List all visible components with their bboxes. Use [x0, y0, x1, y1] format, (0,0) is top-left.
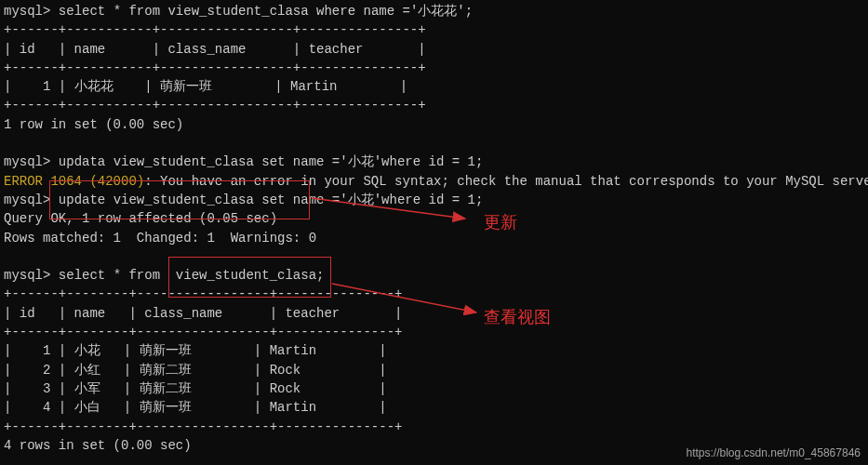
blank [4, 134, 864, 153]
table2-header: | id | name | class_name | teacher | [4, 304, 864, 323]
table2-border: +------+--------+-----------------+-----… [4, 323, 864, 341]
table2-row: | 4 | 小白 | 萌新一班 | Martin | [4, 398, 864, 417]
table1-border: +------+-----------+-----------------+--… [4, 59, 864, 77]
table2-row: | 1 | 小花 | 萌新一班 | Martin | [4, 341, 864, 360]
mysql-prompt: mysql> [4, 154, 50, 169]
rows-status: 1 row in set (0.00 sec) [4, 115, 864, 134]
mysql-prompt: mysql> [4, 4, 50, 19]
table1-border: +------+-----------+-----------------+--… [4, 20, 864, 39]
error-code: ERROR 1064 (42000) [4, 174, 144, 189]
query-ok: Query OK, 1 row affected (0.05 sec) [4, 209, 864, 228]
table2-border: +------+--------+-----------------+-----… [4, 285, 864, 303]
sql-line-select1: mysql> select * from view_student_clasa … [4, 2, 864, 20]
mysql-prompt: mysql> [4, 193, 50, 207]
rows-matched: Rows matched: 1 Changed: 1 Warnings: 0 [4, 229, 864, 247]
table2-row: | 3 | 小军 | 萌新二班 | Rock | [4, 379, 864, 398]
table2-row: | 2 | 小红 | 萌新二班 | Rock | [4, 361, 864, 379]
sql-line-update-correct: mysql> update view_student_clasa set nam… [4, 191, 864, 209]
blank [4, 247, 864, 266]
watermark: https://blog.csdn.net/m0_45867846 [687, 445, 861, 461]
table1-border: +------+-----------+-----------------+--… [4, 96, 864, 114]
error-line: ERROR 1064 (42000): You have an error in… [4, 172, 864, 191]
table1-header: | id | name | class_name | teacher | [4, 40, 864, 59]
sql-line-select2: mysql> select * from view_student_clasa; [4, 266, 864, 285]
table1-row: | 1 | 小花花 | 萌新一班 | Martin | [4, 77, 864, 96]
sql-line-updata-wrong: mysql> updata view_student_clasa set nam… [4, 153, 864, 171]
table2-border: +------+--------+-----------------+-----… [4, 418, 864, 436]
mysql-prompt: mysql> [4, 268, 50, 283]
